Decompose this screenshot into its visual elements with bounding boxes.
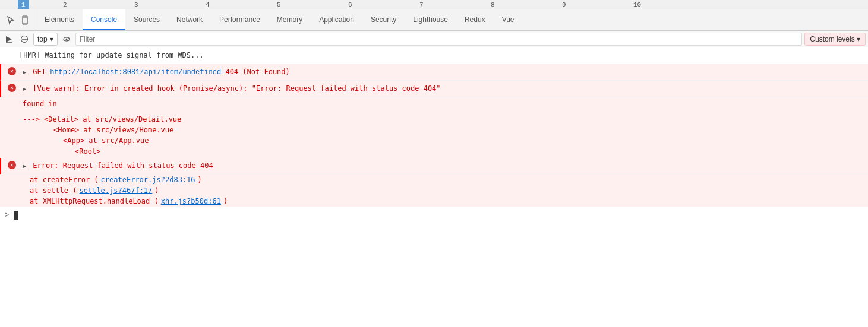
tab-bar: Elements Console Sources Network Perform… [0, 9, 868, 31]
ruler-highlight: 1 [18, 0, 29, 9]
ruler-num: 5 [277, 1, 348, 8]
vue-warn-root: <Root> [18, 146, 868, 157]
stack-settle: at settle (settle.js?467f:17) [18, 185, 868, 196]
settle-link[interactable]: settle.js?467f:17 [79, 186, 152, 195]
error-icon-1: ✕ [4, 65, 20, 75]
vue-warn-block: ✕ ▶ [Vue warn]: Error in created hook (P… [0, 81, 868, 158]
tab-performance[interactable]: Performance [211, 9, 269, 30]
request-failed-block: ✕ ▶ Error: Request failed with status co… [0, 158, 868, 207]
tab-console[interactable]: Console [83, 9, 125, 30]
vue-warn-text: ▶ [Vue warn]: Error in created hook (Pro… [20, 82, 868, 96]
ruler-num: 10 [633, 1, 705, 8]
spacer-1 [18, 109, 868, 114]
tab-sources[interactable]: Sources [125, 9, 168, 30]
xhr-link[interactable]: xhr.js?b50d:61 [161, 197, 221, 205]
ruler: 1 2 3 4 5 6 7 8 9 10 [0, 0, 868, 9]
tab-application[interactable]: Application [311, 9, 362, 30]
create-error-link[interactable]: createError.js?2d83:16 [101, 176, 195, 184]
get-error-text: ▶ GET http://localhost:8081/api/item/und… [20, 65, 868, 79]
vue-warn-detail: found in ---> <Detail> at src/views/Deta… [0, 97, 868, 158]
expand-arrow-1[interactable]: ▶ [23, 69, 26, 76]
ruler-num: 6 [348, 1, 419, 8]
expand-arrow-2[interactable]: ▶ [23, 86, 26, 93]
console-content: [HMR] Waiting for update signal from WDS… [0, 47, 868, 207]
vue-warn-detail-at: ---> <Detail> at src/views/Detail.vue [18, 114, 868, 125]
input-cursor [14, 211, 18, 220]
error-icon-2: ✕ [4, 82, 20, 92]
vue-warn-row[interactable]: ✕ ▶ [Vue warn]: Error in created hook (P… [0, 81, 868, 97]
ruler-num: 3 [134, 1, 206, 8]
vue-warn-app: <App> at src/App.vue [18, 135, 868, 146]
hmr-message-text: [HMR] Waiting for update signal from WDS… [17, 49, 868, 62]
tab-lighthouse[interactable]: Lighthouse [405, 9, 456, 30]
clear-console-button[interactable] [18, 33, 31, 46]
mobile-icon[interactable] [19, 14, 31, 26]
console-input-row[interactable]: > [0, 207, 868, 223]
stack-create-error: at createError (createError.js?2d83:16) [18, 174, 868, 185]
get-error-row[interactable]: ✕ ▶ GET http://localhost:8081/api/item/u… [0, 64, 868, 81]
svg-marker-3 [6, 36, 12, 42]
devtools-toolbar [0, 9, 36, 30]
ruler-num: 4 [206, 1, 277, 8]
tab-security[interactable]: Security [362, 9, 405, 30]
execute-context-button[interactable] [2, 33, 15, 46]
ruler-num: 9 [562, 1, 633, 8]
tab-network[interactable]: Network [168, 9, 211, 30]
ruler-num: 2 [63, 1, 134, 8]
stack-trace: at createError (createError.js?2d83:16) … [0, 174, 868, 207]
request-failed-text: ▶ Error: Request failed with status code… [20, 159, 868, 173]
request-failed-row[interactable]: ✕ ▶ Error: Request failed with status co… [0, 158, 868, 174]
ruler-num: 8 [491, 1, 562, 8]
expand-arrow-3[interactable]: ▶ [23, 163, 26, 170]
tab-redux[interactable]: Redux [456, 9, 494, 30]
eye-icon[interactable] [60, 33, 73, 46]
hmr-message-row: [HMR] Waiting for update signal from WDS… [0, 47, 868, 64]
ruler-num: 7 [419, 1, 491, 8]
vue-warn-found-in: found in [18, 99, 868, 109]
input-prompt: > [5, 211, 9, 220]
context-selector[interactable]: top ▾ [33, 33, 58, 46]
tab-memory[interactable]: Memory [269, 9, 311, 30]
get-error-link[interactable]: http://localhost:8081/api/item/undefined [50, 68, 221, 77]
cursor-icon[interactable] [5, 14, 17, 26]
stack-xhr: at XMLHttpRequest.handleLoad (xhr.js?b50… [18, 196, 868, 207]
error-icon-3: ✕ [4, 159, 20, 169]
console-toolbar: top ▾ Custom levels ▾ [0, 31, 868, 47]
tab-elements[interactable]: Elements [36, 9, 83, 30]
custom-levels-button[interactable]: Custom levels ▾ [804, 33, 866, 46]
ruler-numbers: 2 3 4 5 6 7 8 9 10 [63, 1, 705, 8]
filter-input[interactable] [75, 33, 803, 46]
tab-vue[interactable]: Vue [494, 9, 523, 30]
svg-point-8 [65, 38, 67, 40]
vue-warn-home: <Home> at src/views/Home.vue [18, 125, 868, 135]
